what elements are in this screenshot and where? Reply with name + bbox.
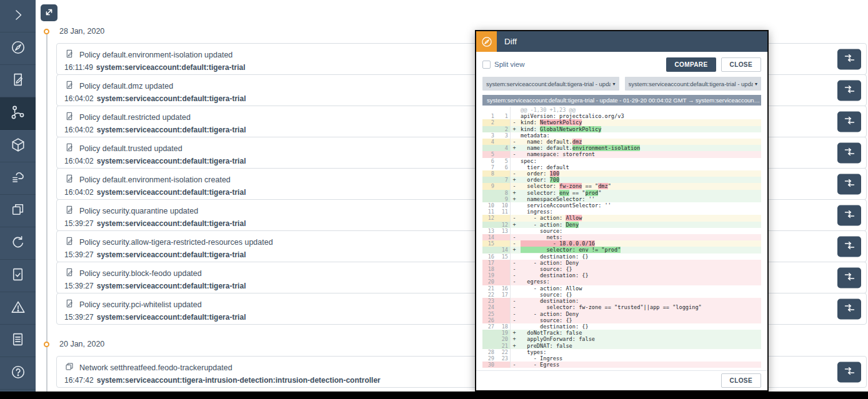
sidebar-item-reports[interactable] [0,325,36,357]
event-title: Policy default.environment-isolation upd… [79,51,232,59]
sidebar-item-compliance[interactable] [0,260,36,292]
chevron-down-icon: ▾ [612,81,615,87]
date-label: 20 Jan, 2020 [59,340,104,348]
revision-selects: system:serviceaccount:default:tigera-tri… [476,72,767,91]
open-diff-button[interactable] [837,362,861,382]
sidebar-item-namespaces[interactable] [0,195,36,227]
diff-row: 30- - Egress [482,362,761,368]
event-title: Policy security.pci-whitelist updated [79,300,202,309]
event-time: 16:11:49 [64,63,93,72]
event-time: 15:39:27 [64,219,94,228]
compass-icon [10,39,26,58]
split-view-toggle[interactable]: Split view [482,61,525,69]
date-label: 28 Jan, 2020 [59,27,104,36]
open-diff-button[interactable] [837,49,861,69]
compare-button[interactable]: COMPARE [666,57,716,72]
compare-arrows-icon [844,54,855,64]
diff-row: 26- source: {} [482,317,761,323]
compare-arrows-icon [844,210,855,220]
diff-row: 19+ doNotTrack: false [482,330,761,336]
diff-row: 23- destination: [482,298,761,304]
timeline-dot-icon [44,342,49,347]
left-revision-select[interactable]: system:serviceaccount:default:tigera-tri… [482,77,619,91]
diff-row: 5- namespace: storefront [482,151,761,157]
close-button-top[interactable]: CLOSE [721,57,761,72]
document-lines-icon [10,332,26,350]
compass-logo-icon [476,31,497,52]
event-time: 16:47:42 [64,376,94,385]
open-diff-button[interactable] [837,236,861,257]
compare-arrows-icon [844,273,855,283]
diff-row: 2-kind: NetworkPolicy [482,119,761,126]
event-time: 16:04:02 [64,126,94,134]
diff-row: 1615 destination: {} [482,254,761,260]
compare-arrows-icon [844,304,855,314]
event-time: 16:04:02 [64,94,94,103]
sidebar-item-collapse[interactable] [0,0,36,32]
open-diff-button[interactable] [837,111,861,132]
expand-button[interactable] [41,4,57,21]
diff-row: 76 tier: default [482,164,761,170]
diff-range-header: system:serviceaccount:default:tigera-tri… [482,95,761,106]
diff-row: 2116 - action: Allow [482,285,761,292]
diff-row: 2718 destination: {} [482,323,761,330]
chevron-right-icon [11,7,26,25]
bottom-black-bar [0,392,868,399]
diff-row: 65spec: [482,158,761,164]
policy-edit-icon [64,49,74,61]
open-diff-button[interactable] [837,205,861,225]
diff-row: 1313 source: [482,228,761,234]
diff-toolbar: Split view COMPARE CLOSE [476,52,767,72]
policy-edit-icon [64,142,74,154]
diff-row: 21+ preDNAT: false [482,343,761,349]
diff-row: 19- destination: {} [482,272,761,278]
diff-row: 25- - action: Deny [482,311,761,317]
help-circle-icon [10,364,26,383]
open-diff-button[interactable] [837,298,861,319]
diff-row: 33metadata: [482,132,761,139]
event-time: 15:39:27 [64,282,94,290]
diff-row: 24- selector: fw-zone == "trusted"||app … [482,304,761,310]
diff-row: 2822 types: [482,349,761,355]
event-time: 15:39:27 [64,313,94,322]
diff-body[interactable]: @@ -1,30 +1,23 @@11apiVersion: projectca… [482,107,761,369]
policy-edit-icon [64,80,74,92]
event-title: Policy default.dmz updated [79,82,173,91]
diff-row: 20- egress: [482,278,761,285]
diff-row: 2+kind: GlobalNetworkPolicy [482,126,761,132]
event-account: system:serviceaccount:default:tigera-tri… [97,94,246,103]
event-account: system:serviceaccount:default:tigera-tri… [96,63,246,72]
diff-row: 9+ namespaceSelector: '' [482,196,761,202]
right-revision-select[interactable]: system:serviceaccount:default:tigera-tri… [625,77,762,91]
cube-icon [10,137,26,155]
sidebar-item-sync[interactable] [0,227,36,260]
diff-row: 20+ applyOnForward: false [482,336,761,342]
compare-arrows-icon [844,86,855,96]
diff-row: 9- selector: fw-zone == "dmz" [482,183,761,189]
diff-modal-header: Diff [476,31,767,52]
event-account: system:serviceaccount:default:tigera-tri… [97,219,246,228]
sidebar-item-alerts[interactable] [0,292,36,325]
sidebar-item-help[interactable] [0,357,36,390]
close-button-bottom[interactable]: CLOSE [721,373,761,388]
sidebar-item-policies[interactable] [0,65,36,97]
open-diff-button[interactable] [837,80,861,101]
sidebar-item-dashboard[interactable] [0,32,36,65]
diff-row: 4+ name: default.environment-isolation [482,145,761,151]
event-account: system:serviceaccount:default:tigera-tri… [97,313,246,322]
chevron-down-icon: ▾ [755,81,757,87]
diff-modal-title: Diff [504,37,517,46]
open-diff-button[interactable] [837,142,861,163]
diff-modal-footer: CLOSE [476,370,767,390]
open-diff-button[interactable] [837,174,861,194]
compare-arrows-icon [844,117,855,127]
sidebar-item-cloud[interactable] [0,162,36,195]
sidebar-item-workloads[interactable] [0,130,36,162]
event-title: Policy default.restricted updated [79,113,191,122]
split-view-checkbox[interactable] [482,61,491,69]
diff-row: 12- - action: Allow [482,215,761,221]
open-diff-button[interactable] [837,267,861,288]
event-title: Policy security.allow-tigera-restricted-… [79,238,273,247]
sidebar-item-audit-timeline[interactable] [0,97,36,130]
git-branch-icon [10,104,26,123]
